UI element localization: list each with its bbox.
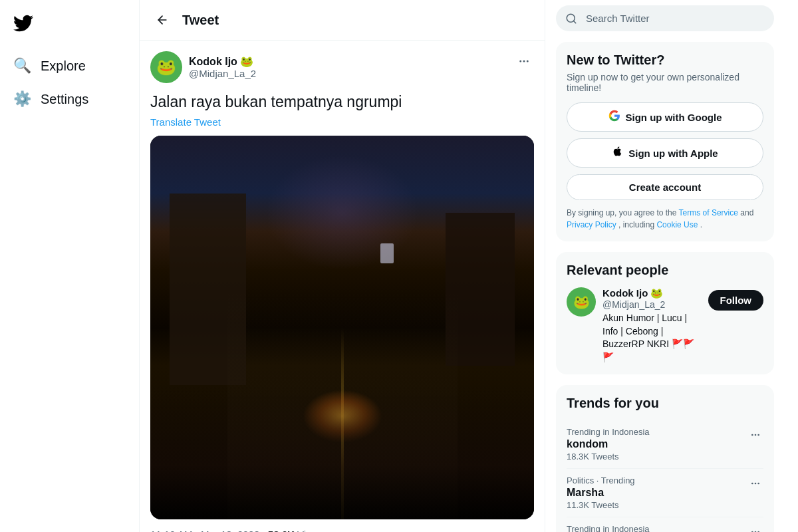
svg-point-7 bbox=[755, 434, 757, 436]
google-logo-icon bbox=[608, 110, 620, 122]
svg-point-9 bbox=[751, 483, 753, 485]
svg-point-3 bbox=[527, 61, 529, 63]
right-sidebar: New to Twitter? Sign up now to get your … bbox=[545, 0, 785, 532]
tweet-author-row: 🐸 Kodok Ijo 🐸 @Midjan_La_2 bbox=[150, 51, 534, 83]
trend-count-0: 18.3K Tweets bbox=[567, 452, 763, 462]
person-info: Kodok Ijo 🐸 @Midjan_La_2 Akun Humor | Lu… bbox=[602, 287, 702, 364]
back-arrow-icon bbox=[156, 13, 169, 27]
cookie-use-link[interactable]: Cookie Use bbox=[656, 220, 698, 229]
person-avatar-emoji: 🐸 bbox=[573, 294, 590, 310]
person-handle: @Midjan_La_2 bbox=[602, 299, 702, 310]
svg-line-5 bbox=[573, 21, 575, 23]
relevant-people-title: Relevant people bbox=[567, 263, 763, 278]
new-twitter-subtitle: Sign up now to get your own personalized… bbox=[567, 72, 763, 93]
svg-point-2 bbox=[523, 61, 525, 63]
more-options-button[interactable] bbox=[514, 51, 534, 71]
svg-point-1 bbox=[519, 61, 521, 63]
signup-google-button[interactable]: Sign up with Google bbox=[567, 102, 763, 132]
more-dots-icon bbox=[518, 55, 530, 67]
new-twitter-title: New to Twitter? bbox=[567, 53, 763, 68]
svg-point-6 bbox=[751, 434, 753, 436]
terms-of-service-link[interactable]: Terms of Service bbox=[679, 208, 738, 217]
person-name: Kodok Ijo 🐸 bbox=[602, 287, 702, 299]
back-button[interactable] bbox=[150, 8, 174, 32]
tweet-media-image[interactable] bbox=[150, 136, 534, 519]
author-avatar[interactable]: 🐸 bbox=[150, 51, 182, 83]
trend-item-1[interactable]: Politics · Trending Marsha 11.3K Tweets bbox=[567, 469, 763, 517]
explore-icon: 🔍 bbox=[13, 57, 31, 74]
svg-point-10 bbox=[755, 483, 757, 485]
dashboard-bottom bbox=[150, 385, 534, 519]
person-avatar[interactable]: 🐸 bbox=[567, 287, 596, 317]
main-content: Tweet 🐸 Kodok Ijo 🐸 @Midjan_La_2 bbox=[140, 0, 545, 532]
follow-button[interactable]: Follow bbox=[708, 290, 764, 311]
apple-logo-icon bbox=[612, 146, 623, 157]
new-to-twitter-card: New to Twitter? Sign up now to get your … bbox=[556, 42, 774, 241]
left-sidebar: 🔍 Explore ⚙️ Settings bbox=[0, 0, 140, 532]
settings-icon: ⚙️ bbox=[13, 90, 31, 108]
sidebar-item-explore-label: Explore bbox=[41, 59, 86, 74]
trend-category-2: Trending in Indonesia bbox=[567, 524, 763, 532]
author-details: Kodok Ijo 🐸 @Midjan_La_2 bbox=[189, 55, 256, 79]
search-box bbox=[556, 5, 774, 31]
privacy-policy-link[interactable]: Privacy Policy bbox=[567, 220, 616, 229]
create-account-label: Create account bbox=[629, 182, 701, 193]
views-label: Views bbox=[297, 529, 324, 532]
trend-category-0: Trending in Indonesia bbox=[567, 427, 763, 437]
twitter-logo bbox=[0, 7, 139, 49]
search-icon-wrap bbox=[565, 13, 577, 25]
trend-more-dots-icon bbox=[750, 430, 761, 440]
trend-item-0[interactable]: Trending in Indonesia kondom 18.3K Tweet… bbox=[567, 420, 763, 469]
signup-google-label: Sign up with Google bbox=[626, 112, 722, 123]
trends-section: Trends for you Trending in Indonesia kon… bbox=[556, 385, 774, 532]
create-account-button[interactable]: Create account bbox=[567, 174, 763, 200]
tweet-page-header: Tweet bbox=[140, 0, 545, 41]
person-row: 🐸 Kodok Ijo 🐸 @Midjan_La_2 Akun Humor | … bbox=[567, 287, 763, 364]
sidebar-item-settings[interactable]: ⚙️ Settings bbox=[0, 82, 139, 116]
avatar-emoji: 🐸 bbox=[156, 58, 176, 76]
author-name: Kodok Ijo 🐸 bbox=[189, 55, 256, 68]
signup-apple-label: Sign up with Apple bbox=[628, 148, 718, 159]
tweet-body: 🐸 Kodok Ijo 🐸 @Midjan_La_2 Jalan raya bu… bbox=[140, 41, 545, 532]
trend-count-1: 11.3K Tweets bbox=[567, 500, 763, 510]
twitter-bird-icon bbox=[13, 13, 33, 33]
trend-category-1: Politics · Trending bbox=[567, 475, 763, 485]
search-input[interactable] bbox=[556, 5, 774, 31]
trend-name-0: kondom bbox=[567, 438, 763, 450]
signup-apple-button[interactable]: Sign up with Apple bbox=[567, 138, 763, 168]
tweet-author-info: 🐸 Kodok Ijo 🐸 @Midjan_La_2 bbox=[150, 51, 256, 83]
page-title: Tweet bbox=[182, 13, 219, 28]
tweet-text: Jalan raya bukan tempatnya ngrumpi bbox=[150, 91, 534, 112]
trend-item-2[interactable]: Trending in Indonesia RIP Legend 2,650 T… bbox=[567, 517, 763, 532]
trend-more-dots-icon-1 bbox=[750, 478, 761, 489]
translate-tweet-link[interactable]: Translate Tweet bbox=[150, 116, 534, 128]
svg-point-11 bbox=[757, 483, 759, 485]
trends-title: Trends for you bbox=[567, 396, 763, 411]
signup-terms: By signing up, you agree to the Terms of… bbox=[567, 207, 763, 231]
sidebar-item-settings-label: Settings bbox=[41, 92, 88, 107]
trend-more-dots-icon-2 bbox=[750, 527, 761, 532]
bike-silhouette bbox=[380, 243, 394, 263]
search-icon bbox=[565, 13, 577, 25]
trend-name-1: Marsha bbox=[567, 487, 763, 499]
relevant-people-section: Relevant people 🐸 Kodok Ijo 🐸 @Midjan_La… bbox=[556, 252, 774, 374]
views-count: 58.6K bbox=[268, 529, 295, 532]
night-road-visual bbox=[150, 136, 534, 519]
author-handle: @Midjan_La_2 bbox=[189, 68, 256, 79]
tweet-timestamp: 11:10 AM · Mar 13, 2023 · 58.6K Views bbox=[150, 529, 534, 532]
apple-icon bbox=[612, 146, 623, 160]
person-bio: Akun Humor | Lucu | Info | Cebong | Buzz… bbox=[602, 312, 702, 364]
svg-point-8 bbox=[757, 434, 759, 436]
sidebar-item-explore[interactable]: 🔍 Explore bbox=[0, 49, 139, 82]
google-icon bbox=[608, 110, 620, 124]
